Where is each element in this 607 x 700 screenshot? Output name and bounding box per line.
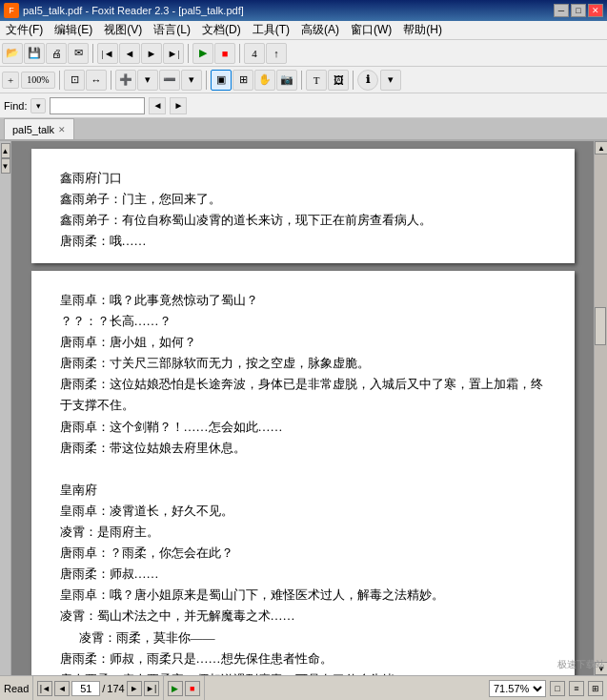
hand-btn[interactable]: ✋ [254, 70, 275, 91]
menu-tools[interactable]: 工具(T) [247, 21, 295, 39]
text-btn[interactable]: T [306, 70, 327, 91]
sep7 [301, 71, 302, 90]
info-btn[interactable]: ℹ [357, 70, 378, 91]
nav-tools: |◄ ◄ ► ►| [97, 43, 184, 64]
find-input[interactable] [50, 97, 145, 114]
page-top: 鑫雨府门口 鑫雨弟子：门主，您回来了。 鑫雨弟子：有位自称蜀山凌霄的道长来访，现… [31, 149, 575, 263]
line-3: 唐雨卓：唐小姐，如何？ [60, 332, 546, 353]
zoom-out-btn[interactable]: + [2, 72, 19, 89]
settings-dd[interactable]: ▾ [380, 70, 401, 91]
page-number-input[interactable]: 51 [71, 681, 100, 696]
line-8: 皇南府 [60, 480, 546, 501]
email-button[interactable]: ✉ [68, 43, 89, 64]
find-next-btn[interactable]: ► [170, 97, 187, 114]
tool-a[interactable]: 4 [244, 43, 265, 64]
snapshot-btn[interactable]: 📷 [276, 70, 297, 91]
status-next-btn[interactable]: ► [127, 681, 142, 696]
menubar: 文件(F) 编辑(E) 视图(V) 语言(L) 文档(D) 工具(T) 高级(A… [0, 21, 607, 40]
left-panel: ▲ ▼ [0, 141, 11, 675]
close-button[interactable]: ✕ [588, 4, 603, 17]
menu-file[interactable]: 文件(F) [0, 21, 49, 39]
save-button[interactable]: 💾 [24, 43, 45, 64]
menu-document[interactable]: 文档(D) [196, 21, 247, 39]
scroll-thumb[interactable] [595, 307, 606, 345]
menu-help[interactable]: 帮助(H) [397, 21, 448, 39]
play-controls: ▶ ■ [168, 676, 205, 700]
view-mode-btn3[interactable]: ⊞ [588, 681, 603, 696]
line-10: 凌霄：是雨府主。 [60, 522, 546, 543]
tabstrip: pal5_talk ✕ [0, 118, 607, 141]
menu-view[interactable]: 视图(V) [98, 21, 148, 39]
tool-b[interactable]: ↑ [266, 43, 287, 64]
watermark: 极速下载站 [557, 658, 605, 671]
line-6: 唐雨卓：这个剑鞘？！……怎会如此…… [60, 417, 546, 438]
view-tools: ⊡ ↔ [64, 70, 107, 91]
zoom-dd[interactable]: ▾ [137, 70, 158, 91]
left-nav-up[interactable]: ▲ [1, 143, 10, 158]
page-main: 皇雨卓：哦？此事竟然惊动了蜀山？ ？？：？长高……？ 唐雨卓：唐小姐，如何？ 唐… [31, 271, 575, 675]
img-btn[interactable]: 🖼 [328, 70, 349, 91]
zoom-select[interactable]: 71.57% 50% 75% 100% 125% 150% [489, 680, 546, 697]
titlebar-title: F pal5_talk.pdf - Foxit Reader 2.3 - [pa… [4, 3, 244, 18]
pages-container[interactable]: 鑫雨府门口 鑫雨弟子：门主，您回来了。 鑫雨弟子：有位自称蜀山凌霄的道长来访，现… [11, 141, 594, 675]
view-mode-btn2[interactable]: ≡ [569, 681, 584, 696]
left-nav-down[interactable]: ▼ [1, 158, 10, 174]
play-tools: ▶ ■ [192, 43, 235, 64]
menu-language[interactable]: 语言(L) [148, 21, 196, 39]
zoom-in-btn2[interactable]: ➕ [115, 70, 136, 91]
statusbar: Read |◄ ◄ 51 / 174 ► ►| ▶ ■ 71.57% 50% 7… [0, 675, 607, 700]
maximize-button[interactable]: □ [571, 4, 586, 17]
file-tools: 📂 💾 🖨 ✉ [2, 43, 89, 64]
line-9: 皇雨卓：凌霄道长，好久不见。 [60, 501, 546, 522]
zoom-dd2[interactable]: ▾ [181, 70, 202, 91]
open-button[interactable]: 📂 [2, 43, 23, 64]
line-p1-4: 唐雨柔：哦…… [60, 231, 546, 252]
status-play-btn[interactable]: ▶ [168, 681, 183, 696]
toolbar-1: 📂 💾 🖨 ✉ |◄ ◄ ► ►| ▶ ■ 4 ↑ [0, 40, 607, 67]
read-label: Read [4, 683, 29, 694]
status-prev-btn[interactable]: ◄ [54, 681, 70, 696]
scroll-up-btn[interactable]: ▲ [595, 141, 607, 154]
last-page-button[interactable]: ►| [163, 43, 184, 64]
tab-label: pal5_talk [12, 124, 54, 135]
sep4 [59, 71, 60, 90]
select-btn[interactable]: ▣ [211, 70, 232, 91]
scrollbar[interactable]: ▲ ▼ [594, 141, 607, 675]
findbar: Find: ▾ ◄ ► [0, 93, 607, 118]
scroll-track[interactable] [595, 154, 607, 662]
sep6 [206, 71, 207, 90]
sep1 [92, 44, 93, 63]
play-button[interactable]: ▶ [192, 43, 213, 64]
minimize-button[interactable]: ─ [554, 4, 569, 17]
next-page-button[interactable]: ► [141, 43, 162, 64]
status-last-btn[interactable]: ►| [144, 681, 159, 696]
fit-page-btn[interactable]: ⊡ [64, 70, 85, 91]
print-button[interactable]: 🖨 [46, 43, 67, 64]
total-pages: 174 [107, 683, 124, 694]
prev-page-button[interactable]: ◄ [119, 43, 140, 64]
find-options-btn[interactable]: ▾ [30, 98, 46, 113]
status-first-btn[interactable]: |◄ [37, 681, 52, 696]
view-mode-btn1[interactable]: □ [550, 681, 565, 696]
menu-edit[interactable]: 编辑(E) [49, 21, 98, 39]
crop-btn[interactable]: ⊞ [233, 70, 253, 91]
find-prev-btn[interactable]: ◄ [149, 97, 166, 114]
status-stop-btn[interactable]: ■ [185, 681, 200, 696]
menu-advanced[interactable]: 高级(A) [295, 21, 345, 39]
first-page-button[interactable]: |◄ [97, 43, 118, 64]
line-14: 凌霄：蜀山术法之中，并无解魔毒之术…… [60, 606, 546, 627]
stop-button[interactable]: ■ [214, 43, 235, 64]
document-tab[interactable]: pal5_talk ✕ [4, 118, 74, 139]
titlebar: F pal5_talk.pdf - Foxit Reader 2.3 - [pa… [0, 0, 607, 21]
line-p1-3: 鑫雨弟子：有位自称蜀山凌霄的道长来访，现下正在前房查看病人。 [60, 210, 546, 231]
line-1: 皇雨卓：哦？此事竟然惊动了蜀山？ [60, 290, 546, 311]
line-7: 唐雨柔：带这位姑娘去府里休息。 [60, 438, 546, 459]
zoom-out-btn2[interactable]: ➖ [159, 70, 180, 91]
tab-close-btn[interactable]: ✕ [58, 125, 66, 134]
fit-width-btn[interactable]: ↔ [86, 70, 107, 91]
find-label: Find: [4, 100, 27, 112]
zoom-tools: ➕ ▾ ➖ ▾ [115, 70, 202, 91]
sep5 [111, 71, 111, 90]
line-15: 凌霄：雨柔，莫非你—— [60, 628, 546, 649]
menu-window[interactable]: 窗口(W) [345, 21, 397, 39]
